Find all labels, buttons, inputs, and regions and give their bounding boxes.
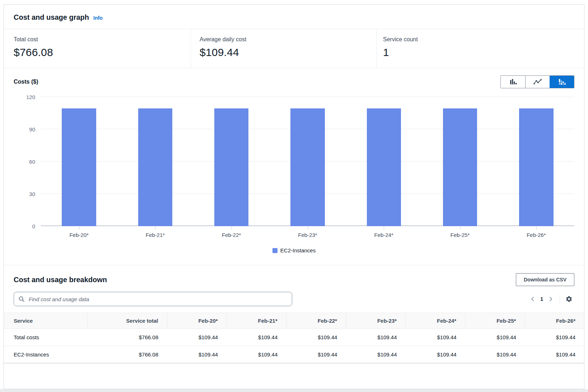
bar-slot: [498, 97, 574, 226]
page-background-strip: [0, 389, 588, 392]
line-chart-button[interactable]: [525, 76, 550, 88]
chart-y-axis: 0306090120: [14, 97, 41, 226]
table-cell: $109.44: [465, 346, 525, 363]
page-title: Cost and usage graph: [14, 13, 89, 22]
bar-slot: [422, 97, 498, 226]
stat-service-count: Service count 1: [376, 29, 584, 68]
x-axis-label: Feb-21*: [117, 232, 193, 238]
stacked-bar-chart-icon: [558, 78, 566, 85]
cost-usage-card: Cost and usage graph Info Total cost $76…: [4, 4, 584, 389]
bar-Feb-24*[interactable]: [367, 108, 401, 226]
x-axis-label: Feb-22*: [193, 232, 270, 238]
table-settings-button[interactable]: [564, 294, 574, 304]
column-header: Service total: [87, 313, 167, 329]
table-cell: $109.44: [227, 346, 286, 363]
table-cell: $109.44: [167, 346, 227, 363]
table-cell: $109.44: [286, 346, 346, 363]
x-axis-tick: [79, 227, 79, 230]
x-axis-label: Feb-20*: [41, 232, 117, 238]
bar-slot: [117, 97, 193, 226]
legend-swatch: [272, 248, 277, 253]
stacked-bar-chart-button[interactable]: [550, 76, 574, 88]
y-tick-label: 120: [26, 94, 35, 100]
chart-plot: [41, 97, 574, 226]
x-axis-tick: [460, 227, 461, 230]
search-box[interactable]: [14, 292, 292, 306]
grouped-bar-chart-icon: [509, 78, 517, 85]
bar-Feb-21*[interactable]: [138, 108, 173, 226]
divider: [560, 294, 560, 304]
column-header: Feb-23*: [346, 313, 405, 329]
table-cell: $109.44: [465, 329, 525, 346]
table-cell: $109.44: [406, 329, 465, 346]
table-cell: $109.44: [167, 329, 227, 346]
column-header: Feb-24*: [406, 313, 465, 329]
legend-item-ec2-instances[interactable]: EC2-Instances: [272, 247, 316, 253]
bar-Feb-26*[interactable]: [519, 108, 554, 226]
bar-slot: [346, 97, 422, 226]
table-cell: $109.44: [286, 329, 346, 346]
x-axis-tick: [232, 227, 232, 230]
y-tick-label: 0: [32, 223, 35, 229]
line-chart-icon: [533, 78, 542, 85]
chart-block: Costs ($): [4, 68, 584, 265]
previous-page-button[interactable]: [527, 294, 538, 304]
table-row: EC2-Instances$766.08$109.44$109.44$109.4…: [4, 346, 584, 363]
legend-label: EC2-Instances: [280, 247, 316, 253]
stat-label: Total cost: [14, 36, 191, 43]
table-cell: $109.44: [346, 346, 405, 363]
table-cell: $766.08: [87, 346, 167, 363]
y-axis-title: Costs ($): [14, 79, 38, 85]
stat-total-cost: Total cost $766.08: [4, 29, 191, 68]
bar-Feb-23*[interactable]: [290, 108, 325, 226]
bar-Feb-22*[interactable]: [214, 108, 249, 226]
column-header: Feb-21*: [227, 313, 286, 329]
chevron-left-icon: [530, 297, 535, 302]
table-cell: $109.44: [346, 329, 405, 346]
bar-slot: [193, 97, 270, 226]
search-input[interactable]: [28, 296, 288, 303]
stats-row: Total cost $766.08 Average daily cost $1…: [4, 29, 584, 68]
bar-Feb-25*[interactable]: [443, 108, 477, 226]
column-header: Feb-26*: [525, 313, 584, 329]
table-cell: $766.08: [87, 329, 167, 346]
stat-label: Service count: [383, 36, 584, 43]
bar-slot: [270, 97, 346, 226]
stat-label: Average daily cost: [200, 36, 376, 43]
stat-value: $109.44: [200, 46, 376, 59]
grouped-bar-chart-button[interactable]: [501, 76, 525, 88]
table-cell: $109.44: [227, 329, 286, 346]
table-cell: EC2-Instances: [4, 346, 87, 363]
chart-x-axis-labels: Feb-20*Feb-21*Feb-22*Feb-23*Feb-24*Feb-2…: [41, 232, 574, 238]
info-link[interactable]: Info: [93, 15, 103, 21]
column-header: Feb-25*: [465, 313, 525, 329]
next-page-button[interactable]: [545, 294, 556, 304]
x-axis-label: Feb-23*: [270, 232, 346, 238]
table-cell: $109.44: [525, 329, 584, 346]
column-header: Service: [4, 313, 87, 329]
gear-icon: [565, 295, 573, 303]
x-axis-tick: [308, 227, 308, 230]
current-page[interactable]: 1: [540, 296, 543, 302]
table-cell: Total costs: [4, 329, 87, 346]
chart-bars: [41, 97, 574, 226]
download-csv-button[interactable]: Download as CSV: [516, 273, 574, 286]
bar-Feb-20*[interactable]: [62, 108, 96, 226]
breakdown-section: Cost and usage breakdown Download as CSV…: [4, 265, 584, 363]
cost-breakdown-table: ServiceService totalFeb-20*Feb-21*Feb-22…: [4, 313, 584, 363]
x-axis-label: Feb-24*: [346, 232, 422, 238]
breakdown-title: Cost and usage breakdown: [14, 276, 107, 284]
chart-type-segmented-control: [500, 75, 574, 88]
x-axis-label: Feb-25*: [422, 232, 498, 238]
x-axis-label: Feb-26*: [498, 232, 574, 238]
stat-average-daily-cost: Average daily cost $109.44: [191, 29, 376, 68]
table-row: Total costs$766.08$109.44$109.44$109.44$…: [4, 329, 584, 346]
table-cell: $109.44: [406, 346, 465, 363]
column-header: Feb-22*: [286, 313, 346, 329]
table-body: Total costs$766.08$109.44$109.44$109.44$…: [4, 329, 584, 363]
chevron-right-icon: [548, 297, 553, 302]
stat-value: 1: [383, 46, 584, 59]
bar-slot: [41, 97, 117, 226]
y-tick-label: 30: [29, 191, 35, 197]
search-icon: [18, 296, 25, 302]
